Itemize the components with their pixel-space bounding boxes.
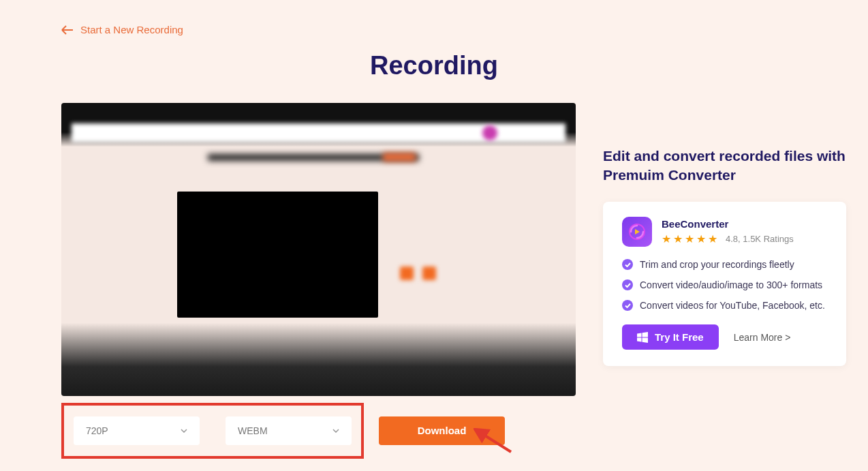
learn-more-link[interactable]: Learn More > — [734, 332, 791, 343]
back-link-label: Start a New Recording — [80, 24, 183, 35]
chevron-down-icon — [181, 429, 187, 433]
check-icon — [622, 259, 633, 270]
product-icon — [622, 217, 652, 247]
feature-item: Convert videos for YouTube, Facebook, et… — [622, 300, 827, 311]
promo-title: Edit and convert recorded files with Pre… — [603, 147, 846, 185]
check-icon — [622, 279, 633, 290]
feature-item: Trim and crop your recordings fleetly — [622, 259, 827, 270]
check-icon — [622, 300, 633, 311]
star-icon: ★ — [708, 232, 717, 245]
page-title: Recording — [61, 51, 807, 80]
resolution-value: 720P — [86, 425, 108, 436]
feature-text: Convert video/audio/image to 300+ format… — [640, 279, 822, 290]
chevron-down-icon — [332, 429, 339, 433]
star-icon: ★ — [685, 232, 694, 245]
promo-card: BeeConverter ★ ★ ★ ★ ★ 4.8, 1.5K Ratings — [603, 202, 846, 366]
windows-icon — [637, 332, 648, 343]
rating-text: 4.8, 1.5K Ratings — [726, 234, 794, 244]
resolution-select[interactable]: 720P — [74, 416, 200, 445]
format-value: WEBM — [238, 425, 268, 436]
annotation-highlight-box: 720P WEBM — [61, 403, 364, 459]
star-icon: ★ — [696, 232, 706, 245]
try-button-label: Try It Free — [655, 331, 704, 343]
arrow-left-icon — [61, 25, 74, 35]
feature-text: Convert videos for YouTube, Facebook, et… — [640, 300, 825, 311]
download-button[interactable]: Download — [379, 416, 505, 445]
star-icon: ★ — [662, 232, 671, 245]
product-name: BeeConverter — [662, 218, 827, 230]
feature-item: Convert video/audio/image to 300+ format… — [622, 279, 827, 290]
star-icon: ★ — [673, 232, 683, 245]
back-link[interactable]: Start a New Recording — [61, 24, 183, 35]
feature-text: Trim and crop your recordings fleetly — [640, 259, 794, 270]
format-select[interactable]: WEBM — [226, 416, 352, 445]
video-preview — [61, 103, 576, 396]
feature-list: Trim and crop your recordings fleetly Co… — [622, 259, 827, 311]
try-free-button[interactable]: Try It Free — [622, 324, 719, 350]
rating-stars: ★ ★ ★ ★ ★ — [662, 232, 717, 245]
